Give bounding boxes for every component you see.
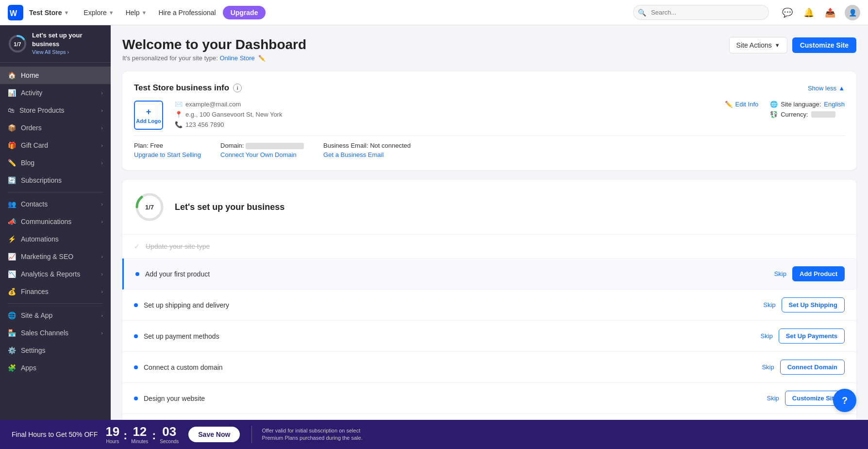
- connect-domain-link[interactable]: Connect Your Own Domain: [220, 151, 304, 158]
- skip-button[interactable]: Skip: [761, 332, 773, 340]
- skip-button[interactable]: Skip: [774, 270, 786, 277]
- sidebar-item-activity[interactable]: 📊 Activity ›: [0, 84, 111, 102]
- site-actions-button[interactable]: Site Actions ▼: [729, 37, 787, 53]
- biz-right: 🌐 Site language: English 💱 Currency:: [770, 101, 845, 118]
- sidebar-item-apps[interactable]: 🧩 Apps: [0, 359, 111, 377]
- sidebar-item-home[interactable]: 🏠 Home: [0, 67, 111, 84]
- dashboard-title-block: Welcome to your Dashboard It's personali…: [122, 37, 306, 62]
- step-item-payment: Set up payment methods Skip Set Up Payme…: [122, 321, 856, 352]
- progress-ring: 1/7: [8, 34, 27, 53]
- main-content: Welcome to your Dashboard It's personali…: [111, 25, 868, 449]
- sidebar-setup[interactable]: 1/7 Let's set up your business View All …: [0, 25, 111, 63]
- site-type-link[interactable]: Online Store: [219, 54, 254, 62]
- add-product-button[interactable]: Add Product: [792, 266, 845, 281]
- sidebar: 1/7 Let's set up your business View All …: [0, 25, 111, 449]
- sidebar-item-marketing[interactable]: 📈 Marketing & SEO ›: [0, 248, 111, 265]
- edit-info-button[interactable]: Edit Info: [735, 101, 759, 108]
- sidebar-item-finances[interactable]: 💰 Finances ›: [0, 283, 111, 300]
- step-actions: Skip Add Product: [774, 266, 845, 281]
- chevron-icon: ›: [101, 125, 103, 131]
- domain-value: [246, 143, 304, 149]
- sidebar-item-subscriptions[interactable]: 🔄 Subscriptions: [0, 172, 111, 189]
- skip-button[interactable]: Skip: [762, 363, 774, 371]
- setup-text: Let's set up your business View All Step…: [32, 31, 103, 56]
- business-info-card: Test Store business info i Show less ▲ +…: [122, 71, 856, 170]
- setup-shipping-button[interactable]: Set Up Shipping: [782, 297, 845, 312]
- banner-divider: [251, 426, 252, 443]
- plus-icon: +: [146, 107, 151, 117]
- banner-text: Final Hours to Get 50% OFF: [12, 431, 98, 438]
- step-dot: [134, 334, 138, 338]
- chevron-icon: ›: [101, 142, 103, 148]
- view-all-steps-link[interactable]: View All Steps ›: [32, 49, 103, 56]
- sidebar-nav: 🏠 Home 📊 Activity › 🛍 Store Products › 📦…: [0, 63, 111, 430]
- share-icon[interactable]: 📤: [823, 6, 837, 19]
- card-title: Test Store business info i: [134, 83, 242, 93]
- sidebar-item-analytics[interactable]: 📉 Analytics & Reports ›: [0, 265, 111, 283]
- steps-list: ✓ Update your site type Add your first p…: [122, 234, 856, 445]
- sidebar-item-store-products[interactable]: 🛍 Store Products ›: [0, 102, 111, 119]
- setup-payments-button[interactable]: Set Up Payments: [779, 328, 845, 344]
- sidebar-item-automations[interactable]: ⚡ Automations: [0, 230, 111, 248]
- sidebar-item-orders[interactable]: 📦 Orders ›: [0, 119, 111, 137]
- step-dot: [134, 397, 138, 400]
- step-label: Connect a custom domain: [144, 363, 223, 371]
- search-input[interactable]: [633, 5, 769, 20]
- info-icon[interactable]: i: [233, 84, 242, 92]
- header-actions: Site Actions ▼ Customize Site: [729, 37, 856, 53]
- explore-link[interactable]: Explore ▼: [79, 6, 118, 19]
- skip-button[interactable]: Skip: [763, 301, 775, 309]
- help-link[interactable]: Help ▼: [121, 6, 152, 19]
- skip-button[interactable]: Skip: [767, 395, 779, 402]
- checkmark-icon: ✓: [134, 242, 140, 250]
- chevron-up-icon: ▲: [838, 85, 845, 92]
- sidebar-item-settings[interactable]: ⚙️ Settings: [0, 342, 111, 359]
- wix-logo[interactable]: W: [8, 5, 23, 20]
- activity-icon: 📊: [8, 89, 16, 97]
- sidebar-divider: [8, 192, 103, 192]
- minutes-value: 12: [133, 425, 147, 438]
- chevron-down-icon: ▼: [141, 10, 147, 16]
- step-item-shipping: Set up shipping and delivery Skip Set Up…: [122, 290, 856, 321]
- sidebar-item-contacts[interactable]: 👥 Contacts ›: [0, 195, 111, 213]
- home-icon: 🏠: [8, 71, 16, 79]
- top-nav: W Test Store ▼ Explore ▼ Help ▼ Hire a P…: [0, 0, 868, 25]
- chevron-icon: ›: [101, 330, 103, 336]
- save-now-button[interactable]: Save Now: [188, 427, 240, 442]
- upgrade-link[interactable]: Upgrade to Start Selling: [134, 151, 201, 158]
- automations-icon: ⚡: [8, 235, 16, 243]
- biz-details: ✉️ example@mail.com 📍 e.g., 100 Gansevoo…: [175, 101, 713, 128]
- sidebar-item-gift-card[interactable]: 🎁 Gift Card ›: [0, 137, 111, 154]
- biz-email: ✉️ example@mail.com: [175, 101, 713, 108]
- minutes-label: Minutes: [131, 439, 148, 444]
- hours-segment: 19 Hours: [105, 425, 119, 444]
- sidebar-item-site-app[interactable]: 🌐 Site & App ›: [0, 307, 111, 324]
- sidebar-item-blog[interactable]: ✏️ Blog ›: [0, 154, 111, 172]
- biz-language-row: 🌐 Site language: English: [770, 101, 845, 108]
- notifications-icon[interactable]: 🔔: [802, 6, 816, 19]
- hours-value: 19: [105, 425, 119, 438]
- get-business-email-link[interactable]: Get a Business Email: [323, 151, 411, 158]
- apps-icon: 🧩: [8, 364, 16, 372]
- step-label: Design your website: [144, 395, 205, 402]
- hire-pro-link[interactable]: Hire a Professional: [153, 6, 220, 19]
- messages-icon[interactable]: 💬: [781, 6, 794, 19]
- avatar[interactable]: 👤: [845, 5, 860, 20]
- svg-text:1/7: 1/7: [14, 41, 21, 47]
- show-less-button[interactable]: Show less ▲: [808, 85, 845, 92]
- customize-site-button[interactable]: Customize Site: [792, 37, 856, 53]
- chevron-icon: ›: [101, 289, 103, 294]
- add-logo-button[interactable]: + Add Logo: [134, 101, 163, 130]
- settings-icon: ⚙️: [8, 346, 16, 354]
- chevron-icon: ›: [101, 219, 103, 224]
- site-name[interactable]: Test Store ▼: [29, 9, 69, 17]
- sidebar-item-sales-channels[interactable]: 🏪 Sales Channels ›: [0, 324, 111, 342]
- help-fab-button[interactable]: ?: [833, 389, 856, 412]
- big-progress-ring: 1/7: [134, 191, 165, 223]
- chevron-icon: ›: [101, 160, 103, 166]
- connect-domain-button[interactable]: Connect Domain: [780, 360, 845, 375]
- sidebar-item-communications[interactable]: 📣 Communications ›: [0, 213, 111, 230]
- upgrade-button[interactable]: Upgrade: [223, 6, 266, 19]
- phone-icon: 📞: [175, 121, 183, 128]
- location-icon: 📍: [175, 111, 183, 118]
